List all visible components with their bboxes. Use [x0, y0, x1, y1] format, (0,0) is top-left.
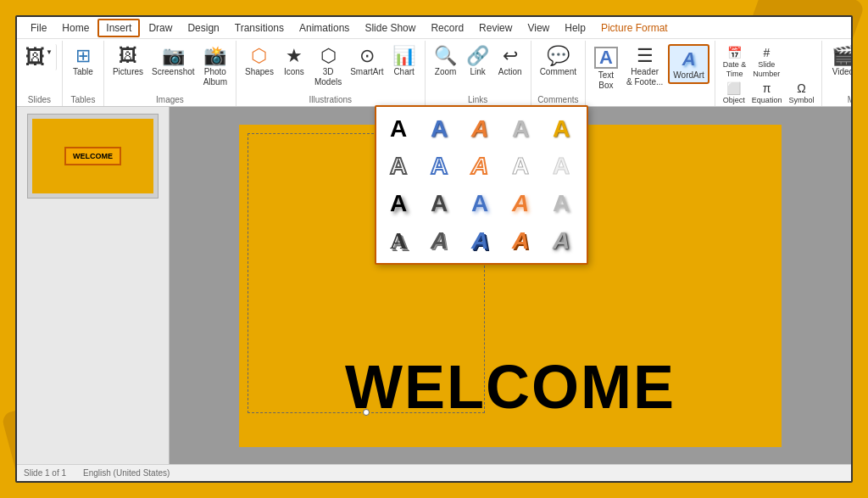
table-button[interactable]: ⊞ Table: [68, 44, 98, 79]
photo-album-icon: 📸: [203, 47, 226, 65]
action-button[interactable]: ↩ Action: [495, 44, 526, 79]
symbol-button[interactable]: Ω Symbol: [786, 80, 816, 107]
date-time-button[interactable]: 📅 Date &Time: [721, 44, 749, 80]
wordart-style-15[interactable]: A: [544, 187, 578, 221]
comment-icon: 💬: [547, 47, 570, 65]
slide-thumbnail-1[interactable]: WELCOME: [27, 114, 159, 199]
smartart-label: SmartArt: [350, 67, 383, 77]
icons-icon: ★: [286, 47, 303, 65]
shapes-button[interactable]: ⬡ Shapes: [242, 44, 277, 79]
tables-group-label: Tables: [68, 95, 98, 106]
chart-button[interactable]: 📊 Chart: [389, 44, 420, 79]
wordart-style-14[interactable]: A: [504, 187, 537, 221]
ribbon-group-illustrations: ⬡ Shapes ★ Icons ⬡ 3DModels ⊙ SmartArt 📊: [236, 41, 426, 106]
wordart-style-20[interactable]: A: [544, 224, 578, 258]
menu-file[interactable]: File: [24, 20, 53, 36]
menu-review[interactable]: Review: [472, 20, 519, 36]
wordart-style-1[interactable]: A: [381, 112, 415, 146]
action-label: Action: [498, 67, 522, 77]
menu-record[interactable]: Record: [424, 20, 470, 36]
media-group-label: Media: [827, 95, 853, 106]
ribbon-group-comments: 💬 Comment Comments: [531, 41, 586, 106]
object-button[interactable]: ⬜ Object: [721, 80, 748, 107]
slide-thumb-text: WELCOME: [64, 147, 121, 165]
symbol-icon: Ω: [797, 81, 805, 96]
comment-button[interactable]: 💬 Comment: [537, 44, 580, 79]
table-icon: ⊞: [75, 47, 91, 65]
wordart-style-3[interactable]: A: [463, 112, 497, 146]
menu-insert[interactable]: Insert: [97, 19, 140, 37]
wordart-style-7[interactable]: A: [422, 149, 456, 183]
screenshot-button[interactable]: 📷 Screenshot: [148, 44, 198, 79]
wordart-style-17[interactable]: A: [422, 224, 456, 258]
chart-icon: 📊: [392, 47, 415, 65]
zoom-button[interactable]: 🔍 Zoom: [431, 44, 461, 79]
video-button[interactable]: 🎬 Video: [827, 44, 853, 79]
icons-button[interactable]: ★ Icons: [279, 44, 309, 79]
equation-button[interactable]: π Equation: [749, 80, 785, 107]
wordart-style-18[interactable]: A: [463, 224, 497, 258]
wordart-style-11[interactable]: A: [381, 187, 415, 221]
video-icon: 🎬: [832, 47, 853, 65]
smartart-button[interactable]: ⊙ SmartArt: [347, 44, 387, 79]
menu-design[interactable]: Design: [181, 20, 225, 36]
screenshot-icon: 📷: [162, 47, 185, 65]
ribbon-group-slides: 🖼 ▼ Slides: [17, 41, 63, 106]
images-group-label: Images: [109, 95, 231, 106]
chart-label: Chart: [393, 67, 414, 77]
ribbon-group-misc: 📅 Date &Time # SlideNumber ⬜ Object π: [715, 41, 823, 106]
menu-transitions[interactable]: Transitions: [228, 20, 291, 36]
action-icon: ↩: [503, 47, 518, 65]
menu-animations[interactable]: Animations: [292, 20, 356, 36]
3d-models-icon: ⬡: [320, 47, 337, 65]
slide-count-info: Slide 1 of 1: [24, 468, 66, 478]
photo-album-button[interactable]: 📸 PhotoAlbum: [200, 44, 231, 89]
date-time-icon: 📅: [727, 46, 742, 60]
header-footer-label: Header& Foote...: [626, 67, 663, 87]
wordart-style-19[interactable]: A: [504, 224, 537, 258]
ribbon-group-tables: ⊞ Table Tables: [63, 41, 104, 106]
new-slide-arrow-icon: ▼: [46, 48, 53, 69]
date-time-label: Date &Time: [723, 60, 747, 79]
menu-help[interactable]: Help: [558, 20, 593, 36]
wordart-style-13[interactable]: A: [463, 187, 497, 221]
link-label: Link: [470, 67, 485, 77]
wordart-style-9[interactable]: A: [504, 149, 537, 183]
slides-group-label: Slides: [22, 95, 57, 106]
link-button[interactable]: 🔗 Link: [463, 44, 493, 79]
new-slide-icon: 🖼: [25, 47, 46, 67]
menu-draw[interactable]: Draw: [142, 20, 179, 36]
menu-view[interactable]: View: [520, 20, 556, 36]
wordart-style-6[interactable]: A: [381, 149, 415, 183]
object-label: Object: [723, 96, 745, 105]
ribbon-group-images: 🖼 Pictures 📷 Screenshot 📸 PhotoAlbum Ima…: [104, 41, 236, 106]
wordart-style-8[interactable]: A: [463, 149, 497, 183]
ribbon-group-media: 🎬 Video 🔊 Audio Media: [822, 41, 853, 106]
3d-models-button[interactable]: ⬡ 3DModels: [311, 44, 345, 89]
wordart-style-12[interactable]: A: [422, 187, 456, 221]
wordart-style-2[interactable]: A: [422, 112, 456, 146]
language-info: English (United States): [83, 468, 170, 478]
menu-home[interactable]: Home: [55, 20, 96, 36]
wordart-style-16[interactable]: A: [381, 224, 415, 258]
equation-label: Equation: [752, 96, 782, 105]
status-bar: Slide 1 of 1 English (United States): [17, 464, 851, 481]
new-slide-button[interactable]: 🖼 ▼: [22, 44, 57, 70]
text-group-label: [591, 104, 709, 106]
pictures-button[interactable]: 🖼 Pictures: [109, 44, 147, 79]
wordart-style-4[interactable]: A: [504, 112, 537, 146]
slide-main-text[interactable]: WELCOME: [345, 352, 676, 447]
link-icon: 🔗: [466, 47, 489, 65]
wordart-button[interactable]: A WordArt: [668, 44, 709, 84]
wordart-style-5[interactable]: A: [544, 112, 578, 146]
ribbon: 🖼 ▼ Slides ⊞ Table Tables 🖼 Pictures: [17, 39, 851, 107]
textbox-button[interactable]: A TextBox: [591, 44, 621, 92]
menu-slideshow[interactable]: Slide Show: [358, 20, 422, 36]
pictures-label: Pictures: [113, 67, 143, 77]
menu-bar: File Home Insert Draw Design Transitions…: [17, 17, 851, 39]
wordart-style-10[interactable]: A: [544, 149, 578, 183]
header-footer-button[interactable]: ☰ Header& Foote...: [623, 44, 666, 89]
shapes-icon: ⬡: [251, 47, 267, 65]
menu-picture-format[interactable]: Picture Format: [594, 20, 675, 36]
slide-number-button[interactable]: # SlideNumber: [750, 44, 782, 80]
